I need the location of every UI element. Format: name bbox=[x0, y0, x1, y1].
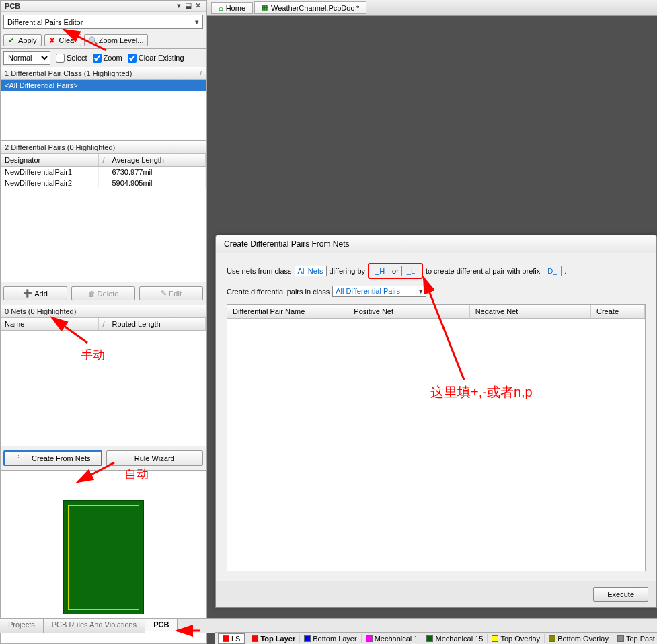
col-negative-net: Negative Net bbox=[470, 305, 591, 318]
document-tab[interactable]: ▦ WeatherChannel.PcbDoc * bbox=[254, 1, 366, 14]
panel-pin-icon[interactable]: ⬓ bbox=[184, 2, 192, 10]
layer-bar: LS Top Layer Bottom Layer Mechanical 1 M… bbox=[215, 632, 657, 644]
pcb-thumbnail bbox=[63, 500, 144, 614]
slash-icon: / bbox=[188, 69, 202, 77]
panel-close-icon[interactable]: ✕ bbox=[194, 2, 202, 10]
bottom-overlay-tab[interactable]: Bottom Overlay bbox=[545, 634, 613, 643]
pairs-preview-grid: Differential Pair Name Positive Net Nega… bbox=[227, 304, 646, 571]
pcb-panel-header: PCB ▾ ⬓ ✕ bbox=[0, 0, 206, 12]
dot-label: . bbox=[564, 267, 566, 275]
plus-icon: ➕ bbox=[23, 289, 32, 298]
delete-button[interactable]: 🗑 Delete bbox=[71, 286, 135, 300]
zoom-checkbox[interactable]: Zoom bbox=[93, 54, 122, 63]
magnifier-icon: 🔍 bbox=[89, 36, 97, 44]
prefix-input[interactable]: D_ bbox=[543, 266, 562, 276]
top-overlay-tab[interactable]: Top Overlay bbox=[488, 634, 545, 643]
rules-tab[interactable]: PCB Rules And Violations bbox=[44, 619, 145, 633]
add-button[interactable]: ➕ Add bbox=[3, 286, 67, 300]
create-in-label: Create differential pairs in class bbox=[227, 288, 330, 296]
clear-button[interactable]: ✘ Clear bbox=[44, 34, 81, 46]
home-icon: ⌂ bbox=[219, 4, 223, 12]
differing-label: differing by bbox=[330, 267, 366, 275]
check-icon: ✔ bbox=[8, 36, 16, 44]
rule-wizard-button[interactable]: Rule Wizard bbox=[106, 450, 204, 466]
bottom-layer-tab[interactable]: Bottom Layer bbox=[300, 634, 361, 643]
suffix1-input[interactable]: _H bbox=[371, 266, 389, 276]
execute-button[interactable]: Execute bbox=[593, 587, 648, 602]
top-layer-tab[interactable]: Top Layer bbox=[247, 634, 300, 643]
pencil-icon: ✎ bbox=[161, 289, 167, 298]
class-list-header: 1 Differential Pair Class (1 Highlighted… bbox=[1, 67, 206, 80]
nets-grid-header: Name / Routed Length bbox=[1, 318, 206, 331]
dialog-title: Create Differential Pairs From Nets bbox=[216, 235, 656, 253]
to-create-label: to create differential pair with prefix bbox=[426, 267, 540, 275]
pairs-grid-header: Designator / Average Length bbox=[1, 154, 206, 167]
pair-row[interactable]: NewDifferentialPair1 6730.977mil bbox=[1, 167, 206, 177]
edit-button[interactable]: ✎ Edit bbox=[139, 286, 203, 300]
panel-dropdown-icon[interactable]: ▾ bbox=[175, 2, 183, 10]
top-paste-tab[interactable]: Top Past bbox=[613, 634, 657, 643]
suffix-highlight-box: _H or _L bbox=[368, 263, 423, 279]
x-icon: ✘ bbox=[49, 36, 57, 44]
create-pairs-dialog: Create Differential Pairs From Nets Use … bbox=[215, 235, 657, 608]
pcb-tab[interactable]: PCB bbox=[145, 619, 178, 633]
class-row-all[interactable]: <All Differential Pairs> bbox=[1, 80, 206, 91]
nets-list-header: 0 Nets (0 Highlighted) bbox=[1, 305, 206, 318]
nets-class-select[interactable]: All Nets bbox=[295, 266, 327, 276]
clear-existing-checkbox[interactable]: Clear Existing bbox=[128, 54, 184, 63]
target-class-select[interactable]: All Differential Pairs ▾ bbox=[332, 286, 426, 297]
mode-dropdown[interactable]: Differential Pairs Editor ▾ bbox=[3, 15, 203, 29]
create-from-nets-button[interactable]: ⋮⋮ Create From Nets bbox=[3, 450, 102, 466]
or-label: or bbox=[392, 267, 399, 275]
trash-icon: 🗑 bbox=[88, 290, 95, 298]
mode-value: Differential Pairs Editor bbox=[7, 18, 83, 26]
mech15-tab[interactable]: Mechanical 15 bbox=[422, 634, 488, 643]
col-positive-net: Positive Net bbox=[348, 305, 469, 318]
col-create: Create bbox=[591, 305, 645, 318]
ls-button[interactable]: LS bbox=[218, 633, 245, 644]
pair-row[interactable]: NewDifferentialPair2 5904.905mil bbox=[1, 177, 206, 188]
nets-icon: ⋮⋮ bbox=[15, 454, 30, 462]
pairs-list-header: 2 Differential Pairs (0 Highlighted) bbox=[1, 141, 206, 154]
zoom-level-button[interactable]: 🔍 Zoom Level... bbox=[84, 34, 149, 46]
projects-tab[interactable]: Projects bbox=[0, 619, 44, 633]
panel-title: PCB bbox=[5, 2, 175, 10]
chevron-down-icon: ▾ bbox=[419, 287, 423, 296]
home-tab[interactable]: ⌂ Home bbox=[211, 2, 253, 14]
chevron-down-icon: ▾ bbox=[195, 17, 199, 26]
mech1-tab[interactable]: Mechanical 1 bbox=[362, 634, 423, 643]
suffix2-input[interactable]: _L bbox=[401, 266, 420, 276]
pcb-doc-icon: ▦ bbox=[262, 3, 268, 12]
apply-button[interactable]: ✔ Apply bbox=[3, 34, 42, 46]
normal-select[interactable]: Normal bbox=[3, 51, 50, 65]
select-checkbox[interactable]: Select bbox=[56, 54, 87, 63]
col-pair-name: Differential Pair Name bbox=[227, 305, 348, 318]
use-nets-label: Use nets from class bbox=[227, 267, 292, 275]
